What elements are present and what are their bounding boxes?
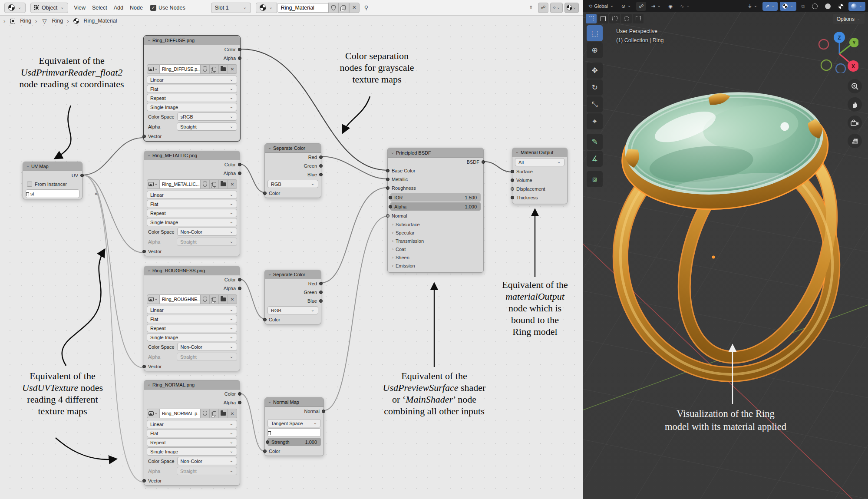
image-name[interactable]: Ring_METALLIC... [160, 179, 201, 189]
menu-node[interactable]: Node [129, 4, 144, 12]
image-browse-button[interactable] [147, 409, 160, 418]
section-subsurface[interactable]: ›Subsurface [388, 220, 483, 228]
uv-map-field[interactable] [267, 428, 321, 437]
transform-orientation-dropdown[interactable]: ⟲ Global [586, 2, 617, 11]
separate-color-node-2[interactable]: Separate Color Red Green Blue RGB Color [264, 270, 321, 324]
strength-input-socket[interactable] [266, 440, 269, 444]
vector-input-socket[interactable] [142, 250, 146, 253]
node-header[interactable]: Ring_DIFFUSE.png [144, 36, 240, 45]
vector-input-socket[interactable] [142, 479, 146, 482]
color-output-socket[interactable] [238, 163, 241, 166]
color-input-socket[interactable] [263, 449, 267, 453]
go-to-parent-button[interactable]: ⇧ [526, 3, 536, 13]
slot-dropdown[interactable]: Slot 1 [211, 3, 251, 13]
options-dropdown[interactable]: Options [833, 14, 865, 24]
color-input-socket[interactable] [263, 192, 267, 195]
menu-view[interactable]: View [73, 4, 86, 12]
alpha-output-socket[interactable] [238, 401, 241, 404]
alpha-output-socket[interactable] [238, 172, 241, 175]
ior-input-socket[interactable] [389, 196, 392, 199]
color-space-dropdown[interactable]: Non-Color [177, 457, 237, 465]
unlink-image-button[interactable]: ✕ [228, 409, 237, 418]
alpha-input-socket[interactable] [389, 205, 392, 208]
from-instancer-checkbox[interactable] [27, 182, 32, 187]
uv-map-input[interactable] [272, 430, 334, 435]
unlink-material-button[interactable]: ✕ [349, 3, 360, 13]
tool-cursor[interactable]: ⊕ [587, 42, 603, 58]
tool-select-box[interactable]: ⬚ [587, 25, 603, 41]
uv-map-node[interactable]: UV Map UV From Instancer ✕ [23, 162, 83, 199]
normal-map-node[interactable]: Normal Map Normal Tangent Space Strength… [264, 397, 324, 456]
ior-slider[interactable]: IOR 1.500 [390, 193, 481, 202]
tool-scale[interactable]: ⤡ [587, 96, 603, 112]
copy-image-button[interactable] [210, 294, 219, 304]
mode-dropdown[interactable]: RGB [267, 306, 318, 314]
node-header[interactable]: Ring_NORMAL.png [144, 380, 240, 390]
tool-transform[interactable]: ⌖ [587, 113, 603, 129]
unlink-image-button[interactable]: ✕ [228, 64, 237, 74]
section-emission[interactable]: ›Emission [388, 261, 483, 270]
source-dropdown[interactable]: Single Image [147, 447, 237, 456]
material-name-input[interactable] [277, 3, 328, 13]
roughness-input-socket[interactable] [386, 186, 389, 190]
source-dropdown[interactable]: Single Image [147, 103, 237, 111]
unlink-image-button[interactable]: ✕ [228, 179, 237, 189]
projection-dropdown[interactable]: Flat [147, 315, 237, 323]
strength-slider[interactable]: Strength 1.000 [267, 438, 321, 446]
color-output-socket[interactable] [238, 48, 241, 51]
uv-name-input[interactable] [30, 191, 92, 196]
open-image-button[interactable] [219, 409, 228, 418]
section-specular[interactable]: ›Specular [388, 228, 483, 237]
select-tweak-button[interactable] [586, 14, 597, 23]
node-header[interactable]: UV Map [23, 162, 82, 171]
image-texture-node-normal[interactable]: Ring_NORMAL.png Color Alpha Ring_NORMAL.… [144, 380, 240, 486]
new-material-button[interactable] [339, 3, 349, 13]
fake-user-button[interactable] [201, 179, 210, 189]
section-transmission[interactable]: ›Transmission [388, 237, 483, 245]
space-dropdown[interactable]: Tangent Space [267, 419, 321, 427]
separate-color-node-1[interactable]: Separate Color Red Green Blue RGB Color [264, 143, 321, 198]
collapse-icon[interactable] [26, 164, 30, 169]
alpha-mode-dropdown[interactable]: Straight [177, 122, 237, 131]
collapse-icon[interactable] [147, 38, 151, 43]
falloff-dropdown[interactable]: ∿ [677, 2, 693, 11]
unlink-image-button[interactable]: ✕ [228, 294, 237, 304]
extension-dropdown[interactable]: Repeat [147, 209, 237, 217]
collapse-icon[interactable] [267, 145, 272, 151]
projection-dropdown[interactable]: Flat [147, 429, 237, 437]
collapse-icon[interactable] [147, 382, 151, 387]
displacement-input-socket[interactable] [511, 187, 514, 191]
alpha-mode-dropdown[interactable]: Straight [177, 353, 237, 361]
base-color-input-socket[interactable] [386, 169, 389, 172]
projection-dropdown[interactable]: Flat [147, 85, 237, 93]
node-header[interactable]: Material Output [512, 148, 567, 157]
proportional-editing-button[interactable]: ◉ [666, 2, 676, 11]
blue-output-socket[interactable] [319, 173, 323, 176]
node-header[interactable]: Separate Color [265, 270, 321, 279]
toggle-perspective-button[interactable] [848, 134, 862, 148]
image-browse-button[interactable] [147, 64, 160, 74]
copy-image-button[interactable] [210, 409, 219, 418]
shading-rendered-button[interactable] [848, 2, 865, 11]
node-header[interactable]: Separate Color [265, 144, 321, 153]
snapping-magnet-button[interactable]: ☍ [538, 3, 548, 13]
source-dropdown[interactable]: Single Image [147, 218, 237, 226]
copy-image-button[interactable] [210, 64, 219, 74]
source-dropdown[interactable]: Single Image [147, 333, 237, 341]
select-circle-button[interactable] [621, 14, 632, 23]
shading-wireframe-button[interactable] [809, 2, 820, 11]
open-image-button[interactable] [219, 179, 228, 189]
color-output-socket[interactable] [238, 392, 241, 396]
editor-type-button[interactable] [4, 3, 26, 13]
color-space-dropdown[interactable]: Non-Color [177, 343, 237, 351]
red-output-socket[interactable] [319, 282, 323, 285]
select-box-button[interactable] [597, 14, 608, 23]
material-output-node[interactable]: Material Output All Surface Volume Displ… [512, 148, 568, 204]
mode-dropdown[interactable]: RGB [267, 180, 318, 188]
select-lasso-button[interactable] [609, 14, 620, 23]
close-icon[interactable]: ✕ [94, 192, 98, 196]
volume-input-socket[interactable] [511, 178, 514, 182]
menu-add[interactable]: Add [113, 4, 124, 12]
fake-user-button[interactable] [328, 3, 339, 13]
alpha-output-socket[interactable] [238, 287, 241, 290]
